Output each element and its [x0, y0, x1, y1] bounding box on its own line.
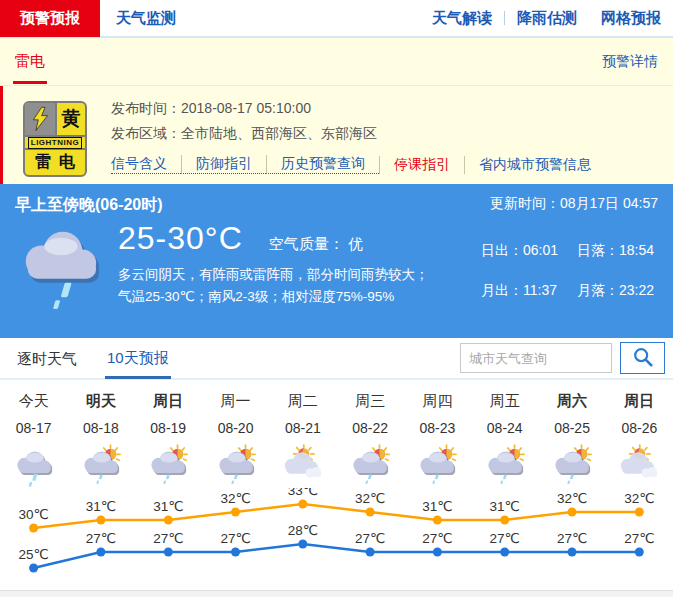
forecast-day-08-18[interactable]: 明天08-18	[67, 388, 134, 488]
forecast-day-08-23[interactable]: 周四08-23	[404, 388, 471, 488]
tab-ten-day-forecast[interactable]: 10天预报	[105, 338, 171, 379]
issue-time-label: 发布时间：	[111, 100, 181, 116]
lightning-warning-badge: 黄 LIGHTNING 雷电	[23, 101, 87, 177]
temperature-chart: 30℃31℃31℃32℃33℃32℃31℃31℃32℃32℃25℃27℃27℃2…	[0, 488, 673, 590]
city-search	[460, 342, 665, 374]
rain-cloud-icon	[0, 220, 118, 310]
weather-description: 多云间阴天，有阵雨或雷阵雨，部分时间雨势较大； 气温25-30℃；南风2-3级；…	[118, 264, 481, 308]
current-weather-main: 25-30°C 空气质量： 优 多云间阴天，有阵雨或雷阵雨，部分时间雨势较大； …	[0, 220, 673, 310]
sunrise-time: 日出：06:01	[481, 242, 577, 270]
rain-icon	[0, 442, 67, 488]
warning-detail-link[interactable]: 预警详情	[602, 53, 658, 71]
svg-text:27℃: 27℃	[490, 531, 520, 546]
svg-text:27℃: 27℃	[153, 531, 183, 546]
sunset-label: 日落：	[577, 242, 619, 258]
warning-tab-row: 雷电 预警详情	[0, 38, 673, 86]
svg-text:27℃: 27℃	[355, 531, 385, 546]
badge-top-row: 黄	[25, 103, 85, 135]
tab-weather-monitor[interactable]: 天气监测	[116, 9, 176, 28]
svg-text:27℃: 27℃	[557, 531, 587, 546]
sun-moon-times: 日出：06:01 日落：18:54 月出：11:37 月落：23:22	[481, 242, 673, 310]
lightning-bolt-icon	[25, 103, 55, 135]
nav-link-rain-estimate[interactable]: 降雨估测	[517, 9, 577, 28]
warning-link-4[interactable]: 省内城市预警信息	[464, 156, 605, 174]
description-line-1: 多云间阴天，有阵雨或雷阵雨，部分时间雨势较大；	[118, 264, 481, 286]
period-title: 早上至傍晚(06-20时)	[15, 195, 163, 216]
forecast-tabs-row: 逐时天气 10天预报	[0, 338, 673, 380]
sunset-time: 日落：18:54	[577, 242, 673, 270]
partly-cloudy-icon	[606, 442, 673, 488]
warning-link-0[interactable]: 信号含义	[111, 155, 181, 174]
search-input[interactable]	[460, 343, 612, 373]
top-nav: 预警预报 天气监测 天气解读 降雨估测 网格预报	[0, 0, 673, 38]
svg-text:25℃: 25℃	[19, 547, 49, 562]
forecast-day-08-21[interactable]: 周二08-21	[269, 388, 336, 488]
tab-hourly-weather[interactable]: 逐时天气	[15, 339, 79, 377]
warning-info: 发布时间：2018-08-17 05:10:00 发布区域：全市陆地、西部海区、…	[111, 94, 605, 184]
search-button[interactable]	[620, 342, 665, 374]
svg-text:28℃: 28℃	[288, 523, 318, 538]
day-label: 周二	[269, 388, 336, 414]
moonrise-label: 月出：	[481, 282, 523, 298]
date-label: 08-20	[202, 414, 269, 442]
date-label: 08-18	[67, 414, 134, 442]
date-label: 08-26	[606, 414, 673, 442]
warning-link-2[interactable]: 历史预警查询	[266, 155, 379, 174]
shower-sun-icon	[135, 442, 202, 488]
issue-area-line: 发布区域：全市陆地、西部海区、东部海区	[111, 121, 605, 146]
date-label: 08-24	[471, 414, 538, 442]
ten-day-forecast: 今天08-17明天08-18周日08-19周一08-20周二08-21周三08-…	[0, 380, 673, 590]
forecast-day-08-22[interactable]: 周三08-22	[337, 388, 404, 488]
moonset-time: 月落：23:22	[577, 282, 673, 310]
warning-link-3[interactable]: 停课指引	[379, 156, 464, 174]
tab-warning-forecast[interactable]: 预警预报	[0, 0, 100, 37]
nav-links: 天气解读 降雨估测 网格预报	[432, 9, 661, 28]
shower-sun-icon	[471, 442, 538, 488]
sunrise-label: 日出：	[481, 242, 523, 258]
badge-cn-text: 雷电	[25, 150, 85, 175]
forecast-day-08-17[interactable]: 今天08-17	[0, 388, 67, 488]
forecast-day-08-20[interactable]: 周一08-20	[202, 388, 269, 488]
nav-divider	[504, 11, 505, 25]
nav-link-weather-interpretation[interactable]: 天气解读	[432, 9, 492, 28]
svg-text:32℃: 32℃	[557, 491, 587, 506]
warning-type-tab[interactable]: 雷电	[13, 39, 47, 84]
moonrise-value: 11:37	[523, 282, 557, 298]
moonset-label: 月落：	[577, 282, 619, 298]
svg-text:31℃: 31℃	[422, 499, 452, 514]
date-label: 08-19	[135, 414, 202, 442]
forecast-day-08-26[interactable]: 周日08-26	[606, 388, 673, 488]
issue-area-label: 发布区域：	[111, 125, 181, 141]
warning-link-1[interactable]: 防御指引	[181, 155, 266, 174]
temperature-range: 25-30°C	[118, 220, 243, 257]
day-label: 周五	[471, 388, 538, 414]
svg-text:27℃: 27℃	[422, 531, 452, 546]
partly-cloudy-icon	[269, 442, 336, 488]
update-time: 更新时间：08月17日 04:57	[490, 195, 658, 216]
svg-text:32℃: 32℃	[624, 491, 654, 506]
day-label: 周一	[202, 388, 269, 414]
shower-sun-icon	[67, 442, 134, 488]
sunset-value: 18:54	[619, 242, 654, 258]
shower-sun-icon	[538, 442, 605, 488]
forecast-day-08-19[interactable]: 周日08-19	[135, 388, 202, 488]
shower-sun-icon	[404, 442, 471, 488]
badge-level-text: 黄	[55, 103, 85, 135]
forecast-day-08-25[interactable]: 周六08-25	[538, 388, 605, 488]
moonrise-time: 月出：11:37	[481, 282, 577, 310]
current-weather-panel: 早上至傍晚(06-20时) 更新时间：08月17日 04:57	[0, 184, 673, 338]
date-label: 08-23	[404, 414, 471, 442]
svg-text:27℃: 27℃	[86, 531, 116, 546]
svg-text:30℃: 30℃	[19, 507, 49, 522]
sunrise-value: 06:01	[523, 242, 558, 258]
svg-text:31℃: 31℃	[490, 499, 520, 514]
warning-section: 雷电 预警详情 黄 LIGHTNING 雷电 发布时间：2018-08-17 0…	[0, 38, 673, 184]
svg-text:32℃: 32℃	[220, 491, 250, 506]
badge-en-label: LIGHTNING	[28, 137, 83, 149]
nav-link-grid-forecast[interactable]: 网格预报	[601, 9, 661, 28]
shower-sun-icon	[337, 442, 404, 488]
badge-en-text: LIGHTNING	[25, 135, 85, 150]
date-label: 08-17	[0, 414, 67, 442]
svg-text:31℃: 31℃	[153, 499, 183, 514]
forecast-day-08-24[interactable]: 周五08-24	[471, 388, 538, 488]
